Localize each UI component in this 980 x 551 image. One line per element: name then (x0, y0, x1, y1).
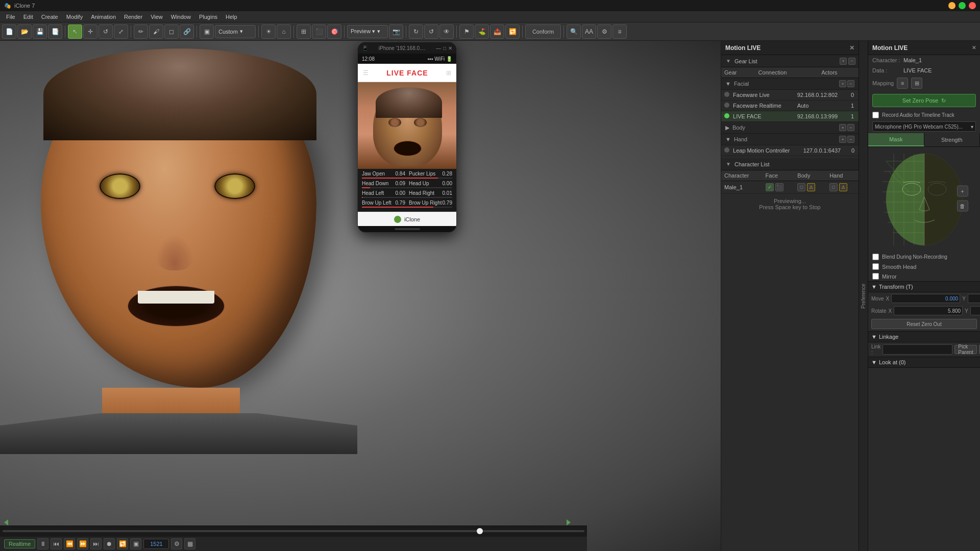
hand-warn-icon[interactable]: ⚠ (839, 183, 847, 191)
flag2-btn[interactable]: ⛳ (475, 24, 489, 39)
menu-window[interactable]: Window (167, 13, 195, 21)
rot-x-input[interactable] (894, 306, 963, 315)
camera-button[interactable]: 📷 (389, 24, 403, 39)
extra-btn[interactable]: ≡ (612, 24, 627, 39)
facial-collapse-icon[interactable]: ▼ (725, 81, 731, 87)
export-btn[interactable]: 📤 (490, 24, 504, 39)
menu-help[interactable]: Help (222, 13, 241, 21)
conform-btn[interactable]: Conform (525, 24, 561, 39)
mapping-list-btn[interactable]: ≡ (897, 78, 908, 89)
timeline-thumb[interactable] (477, 528, 483, 534)
menu-modify[interactable]: Modify (62, 13, 87, 21)
face-check-btn[interactable]: ✓ (766, 183, 774, 191)
move-y-input[interactable] (968, 294, 980, 303)
new-button[interactable]: 📄 (2, 24, 16, 39)
record-button[interactable]: ⏺ (104, 538, 115, 549)
close-panel-icon[interactable]: ✕ (849, 44, 854, 52)
menu-create[interactable]: Create (37, 13, 62, 21)
preference-label[interactable]: Preference (860, 280, 867, 313)
gear-remove-btn[interactable]: − (848, 58, 855, 65)
close-button[interactable] (969, 2, 976, 9)
menu-plugins[interactable]: Plugins (195, 13, 222, 21)
mirror-checkbox[interactable] (872, 273, 879, 280)
menu-render[interactable]: Render (120, 13, 146, 21)
faceware-realtime-row[interactable]: Faceware Realtime Auto 1 (721, 101, 859, 111)
minimize-button[interactable] (948, 2, 955, 9)
open-button[interactable]: 📂 (17, 24, 32, 39)
phone-min-icon[interactable]: — (436, 45, 441, 51)
paint-button[interactable]: 🖌 (149, 24, 163, 39)
tab-strength[interactable]: Strength (924, 133, 981, 146)
hand-check-btn[interactable]: □ (829, 183, 838, 191)
record-audio-checkbox[interactable] (872, 112, 879, 118)
leap-motion-row[interactable]: Leap Motion Controller 127.0.0.1:6437 0 (721, 145, 859, 156)
menu-edit[interactable]: Edit (19, 13, 37, 21)
body-add-btn[interactable]: + (839, 124, 846, 131)
to-start-button[interactable]: ⏮ (51, 538, 62, 549)
zoom-btn[interactable]: 🔍 (567, 24, 581, 39)
blend-checkbox[interactable] (872, 254, 879, 260)
linkage-collapse-icon[interactable]: ▼ (871, 334, 877, 340)
rot-y-input[interactable] (970, 306, 980, 315)
look-at-collapse-icon[interactable]: ▼ (871, 359, 877, 365)
select-button[interactable]: ↖ (68, 24, 82, 39)
move-x-input[interactable] (891, 294, 960, 303)
light-button[interactable]: ☀ (261, 24, 276, 39)
home-button[interactable]: ⌂ (277, 24, 291, 39)
save-as-button[interactable]: 📑 (48, 24, 62, 39)
render1-button[interactable]: ⬛ (312, 24, 326, 39)
hand-collapse-icon[interactable]: ▼ (725, 136, 731, 142)
settings2-btn[interactable]: ⚙ (597, 24, 611, 39)
liveface-row[interactable]: LIVE FACE 92.168.0.13:999 1 (721, 111, 859, 122)
play-pause-button[interactable]: ⏸ (37, 538, 48, 549)
rotate-button[interactable]: ↺ (99, 24, 113, 39)
prev-frame-button[interactable]: ⏪ (64, 538, 75, 549)
scale-button[interactable]: ⤢ (114, 24, 128, 39)
menu-view[interactable]: View (146, 13, 167, 21)
transform-collapse-icon[interactable]: ▼ (871, 284, 877, 290)
menu-animation[interactable]: Animation (87, 13, 120, 21)
timeline-track[interactable] (0, 526, 587, 537)
motion-live-close-icon[interactable]: ✕ (972, 45, 976, 51)
gear-add-btn[interactable]: + (840, 58, 847, 65)
menu-file[interactable]: File (2, 13, 19, 21)
face-settings-btn[interactable]: ⬛ (775, 183, 783, 191)
erase-button[interactable]: ◻ (164, 24, 179, 39)
layout-button[interactable]: ▦ (184, 538, 195, 549)
preview-action-1[interactable]: + (957, 186, 968, 197)
save-button[interactable]: 💾 (33, 24, 47, 39)
render2-button[interactable]: 🎯 (327, 24, 341, 39)
to-end-button[interactable]: ⏭ (90, 538, 102, 549)
body-remove-btn[interactable]: − (847, 124, 854, 131)
reset-zero-button[interactable]: Reset Zero Out (871, 319, 977, 329)
next-frame-button[interactable]: ⏩ (77, 538, 88, 549)
gear-list-collapse-btn[interactable]: ▼ (724, 57, 732, 65)
link-button[interactable]: 🔗 (180, 24, 194, 39)
phone-close-icon[interactable]: ✕ (448, 45, 452, 51)
pick-parent-button[interactable]: Pick Parent (954, 345, 976, 354)
link2-btn[interactable]: 🔁 (505, 24, 520, 39)
phone-max-icon[interactable]: □ (443, 45, 446, 51)
preview-dropdown[interactable]: Preview ▾ ▾ (347, 25, 388, 38)
aa-btn[interactable]: AA (582, 24, 596, 39)
microphone-dropdown[interactable]: Microphone (HG Pro Webcam C525)... ▾ (872, 121, 976, 132)
custom-dropdown[interactable]: Custom ▾ (215, 25, 256, 38)
move-button[interactable]: ✛ (83, 24, 97, 39)
settings-button[interactable]: ⚙ (171, 538, 182, 549)
male1-row[interactable]: Male_1 ✓ ⬛ □ ⚠ (721, 181, 859, 194)
grid-button[interactable]: ⊞ (297, 24, 311, 39)
preview-action-2[interactable]: 🗑 (957, 201, 968, 212)
char-list-collapse-btn[interactable]: ▼ (724, 160, 732, 168)
mapping-grid-btn[interactable]: ⊞ (911, 78, 922, 89)
viewport-mode[interactable]: ▣ (200, 24, 214, 39)
body-expand-icon[interactable]: ▶ (725, 124, 729, 131)
loop-button[interactable]: 🔁 (117, 538, 128, 549)
motion-btn3[interactable]: 👁 (439, 24, 454, 39)
motion-btn1[interactable]: ↻ (409, 24, 423, 39)
record2-button[interactable]: ▣ (130, 538, 141, 549)
flag-btn[interactable]: ⚑ (459, 24, 474, 39)
motion-btn2[interactable]: ↺ (424, 24, 438, 39)
set-zero-pose-button[interactable]: Set Zero Pose ↻ (872, 94, 976, 107)
hand-add-btn[interactable]: + (839, 136, 846, 143)
frame-number-input[interactable] (143, 539, 169, 549)
